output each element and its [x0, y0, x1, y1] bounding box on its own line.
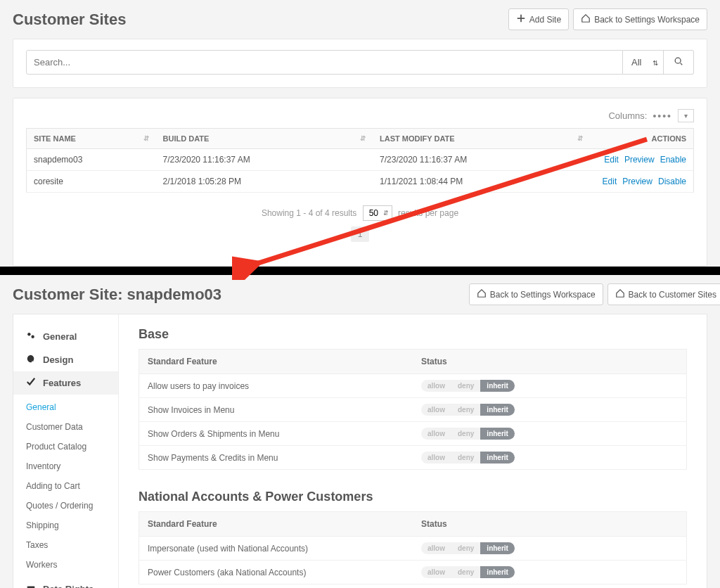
col-site-name[interactable]: SITE NAME	[34, 134, 76, 143]
gears-icon	[26, 331, 36, 343]
sort-icon: ⇵	[143, 134, 149, 142]
add-site-button[interactable]: Add Site	[508, 8, 569, 30]
sidebar-item-label: Data Rights	[43, 584, 94, 588]
sidebar-sub-product-catalog[interactable]: Product Catalog	[13, 437, 118, 456]
page-number[interactable]: 1	[351, 226, 370, 242]
col-build-date[interactable]: BUILD DATE	[163, 134, 210, 143]
results-per-page-select[interactable]: 50	[363, 205, 392, 221]
col-actions: ACTIONS	[652, 134, 687, 143]
check-icon	[26, 377, 36, 389]
feature-name: Show Payments & Credits in Menu	[139, 446, 413, 470]
feature-row: Impersonate (used with National Accounts…	[139, 537, 687, 561]
detail-page-header: Customer Site: snapdemo03 Back to Settin…	[13, 283, 720, 314]
page-title: Customer Sites	[13, 11, 126, 29]
action-enable[interactable]: Enable	[660, 155, 686, 165]
screenshot-divider	[0, 267, 720, 275]
page-header: Customer Sites Add Site Back to Settings…	[13, 8, 707, 39]
search-filter-select[interactable]: All	[623, 50, 664, 75]
feature-status: allowdenyinherit	[413, 561, 687, 584]
action-edit[interactable]: Edit	[603, 177, 617, 186]
status-toggle[interactable]: allowdenyinherit	[421, 428, 515, 440]
status-toggle[interactable]: allowdenyinherit	[421, 404, 515, 416]
disk-icon	[26, 583, 36, 588]
svg-point-1	[27, 333, 30, 335]
status-toggle[interactable]: allowdenyinherit	[421, 380, 515, 392]
action-edit[interactable]: Edit	[604, 155, 619, 165]
columns-dots-icon: ••••	[652, 110, 672, 122]
col-status: Status	[413, 512, 687, 537]
pager-post: results per page	[398, 208, 458, 218]
feature-name: Show Invoices in Menu	[139, 398, 413, 422]
sidebar-sub-quotes-ordering[interactable]: Quotes / Ordering	[13, 496, 118, 516]
pill-deny[interactable]: deny	[451, 428, 480, 440]
col-feature: Standard Feature	[139, 350, 413, 374]
sidebar-item-data-rights[interactable]: Data Rights	[13, 577, 118, 588]
detail-page-title: Customer Site: snapdemo03	[13, 286, 221, 304]
sidebar-sub-adding-to-cart[interactable]: Adding to Cart	[13, 476, 118, 496]
pill-deny[interactable]: deny	[451, 404, 480, 416]
action-preview[interactable]: Preview	[622, 177, 652, 186]
section-title: Base	[139, 327, 687, 342]
sidebar-sub-customer-data[interactable]: Customer Data	[13, 417, 118, 437]
sidebar-item-general[interactable]: General	[13, 325, 118, 348]
pill-inherit[interactable]: inherit	[480, 542, 515, 554]
feature-row: Show Payments & Credits in Menuallowdeny…	[139, 446, 687, 470]
back-workspace-button[interactable]: Back to Settings Workspace	[573, 8, 707, 30]
cell-build-date: 2/1/2018 1:05:28 PM	[156, 171, 373, 193]
sidebar-item-design[interactable]: Design	[13, 348, 118, 371]
features-table: Standard FeatureStatusImpersonate (used …	[139, 511, 687, 584]
sidebar-sub-inventory[interactable]: Inventory	[13, 456, 118, 476]
back-customer-sites-label: Back to Customer Sites	[629, 290, 716, 300]
sidebar-sub-workers[interactable]: Workers	[13, 555, 118, 575]
pill-allow[interactable]: allow	[421, 380, 451, 392]
feature-status: allowdenyinherit	[413, 422, 687, 446]
pill-deny[interactable]: deny	[451, 566, 480, 578]
features-table: Standard FeatureStatusAllow users to pay…	[139, 349, 687, 470]
search-button[interactable]	[664, 50, 694, 75]
feature-name: Show Orders & Shipments in Menu	[139, 422, 413, 446]
home-icon	[477, 288, 487, 300]
col-last-modify[interactable]: LAST MODIFY DATE	[380, 134, 455, 143]
sidebar-sub-taxes[interactable]: Taxes	[13, 535, 118, 555]
col-status: Status	[413, 350, 687, 374]
cell-site-name: snapdemo03	[27, 149, 156, 171]
cell-actions: EditPreviewEnable	[590, 149, 694, 171]
pill-allow[interactable]: allow	[421, 428, 451, 440]
feature-name: Power Customers (aka National Accounts)	[139, 561, 413, 584]
back-workspace-button-2[interactable]: Back to Settings Workspace	[469, 283, 603, 305]
pill-deny[interactable]: deny	[451, 452, 480, 464]
pill-deny[interactable]: deny	[451, 380, 480, 392]
sidebar-sub-shipping[interactable]: Shipping	[13, 516, 118, 535]
pill-allow[interactable]: allow	[421, 566, 451, 578]
pill-allow[interactable]: allow	[421, 404, 451, 416]
back-workspace-label: Back to Settings Workspace	[594, 15, 700, 25]
pill-inherit[interactable]: inherit	[480, 452, 515, 464]
status-toggle[interactable]: allowdenyinherit	[421, 452, 515, 464]
status-toggle[interactable]: allowdenyinherit	[421, 566, 515, 578]
sidebar-sub-general[interactable]: General	[13, 397, 118, 417]
table-row: snapdemo037/23/2020 11:16:37 AM7/23/2020…	[27, 149, 694, 171]
pill-allow[interactable]: allow	[421, 542, 451, 554]
feature-row: Allow users to pay invoicesallowdenyinhe…	[139, 374, 687, 398]
pill-inherit[interactable]: inherit	[480, 404, 515, 416]
back-customer-sites-button[interactable]: Back to Customer Sites	[608, 283, 720, 305]
action-disable[interactable]: Disable	[658, 177, 686, 186]
action-preview[interactable]: Preview	[624, 155, 655, 165]
cell-actions: EditPreviewDisable	[590, 171, 694, 193]
search-bar: All ⇅	[13, 39, 707, 87]
pill-inherit[interactable]: inherit	[480, 566, 515, 578]
pill-deny[interactable]: deny	[451, 542, 480, 554]
pill-inherit[interactable]: inherit	[480, 428, 515, 440]
sidebar-item-features[interactable]: Features	[13, 371, 118, 395]
home-icon	[581, 13, 591, 25]
table-row: coresite2/1/2018 1:05:28 PM1/11/2021 1:0…	[27, 171, 694, 193]
status-toggle[interactable]: allowdenyinherit	[421, 542, 515, 554]
pill-allow[interactable]: allow	[421, 452, 451, 464]
search-icon	[674, 58, 683, 68]
pill-inherit[interactable]: inherit	[480, 380, 515, 392]
search-input[interactable]	[26, 50, 623, 75]
columns-dropdown-button[interactable]: ▾	[678, 109, 694, 122]
feature-row: Show Invoices in Menuallowdenyinherit	[139, 398, 687, 422]
cell-last-modify: 1/11/2021 1:08:44 PM	[373, 171, 589, 193]
plus-icon	[516, 13, 526, 25]
